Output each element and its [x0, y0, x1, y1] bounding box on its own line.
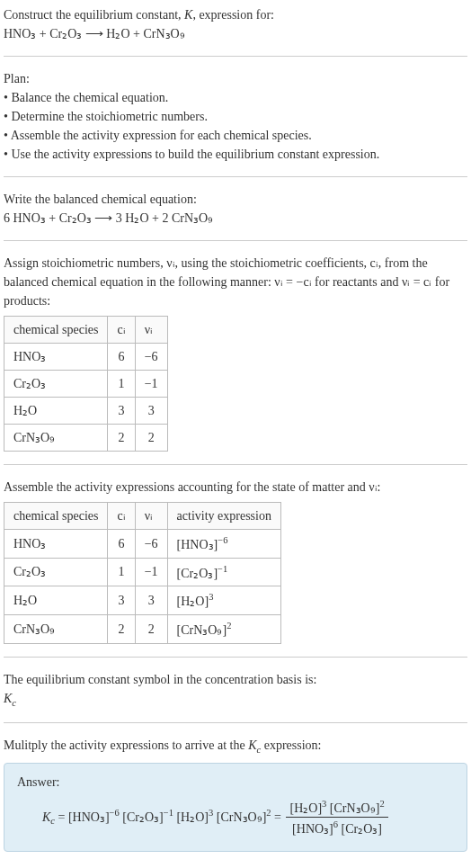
- title-equation: HNO₃ + Cr₂O₃ ⟶ H₂O + CrN₃O₉: [4, 24, 467, 43]
- divider: [4, 240, 467, 241]
- answer-fraction: [H₂O]3 [CrN₃O₉]2 [HNO₃]6 [Cr₂O₃]: [286, 797, 387, 838]
- answer-box: Answer: Kc = [HNO₃]−6 [Cr₂O₃]−1 [H₂O]3 […: [4, 763, 467, 852]
- activity-block: Assemble the activity expressions accoun…: [4, 478, 467, 644]
- table-row: HNO₃ 6 −6: [4, 344, 168, 371]
- cell-ci: 2: [108, 614, 135, 643]
- cell-species: H₂O: [4, 586, 108, 615]
- table-row: H₂O 3 3 [H₂O]3: [4, 586, 281, 615]
- cell-ci: 3: [108, 398, 135, 425]
- col-header: cᵢ: [108, 317, 135, 344]
- multiply-block: Mulitply the activity expressions to arr…: [4, 736, 467, 852]
- table-header-row: chemical species cᵢ νᵢ: [4, 317, 168, 344]
- kc-symbol: Kc: [4, 689, 467, 711]
- term-base: HNO₃: [73, 810, 105, 824]
- table-header-row: chemical species cᵢ νᵢ activity expressi…: [4, 503, 281, 530]
- col-header: νᵢ: [135, 317, 167, 344]
- term-base: H₂O: [294, 801, 317, 814]
- cell-vi: 3: [135, 398, 167, 425]
- cell-ci: 2: [108, 425, 135, 452]
- cell-species: HNO₃: [4, 344, 108, 371]
- ae-exp: −6: [218, 535, 227, 545]
- col-header: chemical species: [4, 317, 108, 344]
- cell-vi: 2: [135, 425, 167, 452]
- term-exp: 2: [379, 799, 384, 809]
- cell-vi: −1: [135, 558, 167, 586]
- assemble-text: Assemble the activity expressions accoun…: [4, 478, 467, 497]
- stoich-table: chemical species cᵢ νᵢ HNO₃ 6 −6 Cr₂O₃ 1…: [4, 316, 168, 452]
- stoich-text: Assign stoichiometric numbers, νᵢ, using…: [4, 254, 467, 310]
- title-block: Construct the equilibrium constant, K, e…: [4, 5, 467, 43]
- cell-activity: [HNO₃]−6: [167, 530, 280, 559]
- term-exp: −1: [164, 808, 173, 818]
- answer-formula: Kc = [HNO₃]−6 [Cr₂O₃]−1 [H₂O]3 [CrN₃O₉]2…: [17, 797, 454, 838]
- answer-lhs: Kc = [HNO₃]−6 [Cr₂O₃]−1 [H₂O]3 [CrN₃O₉]2…: [42, 806, 281, 828]
- kc-K: K: [4, 692, 12, 705]
- multiply-suffix: expression:: [261, 738, 321, 752]
- balanced-block: Write the balanced chemical equation: 6 …: [4, 190, 467, 228]
- divider: [4, 464, 467, 465]
- answer-label: Answer:: [17, 773, 454, 792]
- balanced-heading: Write the balanced chemical equation:: [4, 190, 467, 209]
- table-row: H₂O 3 3: [4, 398, 168, 425]
- cell-vi: 3: [135, 586, 167, 615]
- cell-vi: −1: [135, 371, 167, 398]
- table-row: CrN₃O₉ 2 2 [CrN₃O₉]2: [4, 614, 281, 643]
- col-header: chemical species: [4, 503, 108, 530]
- cell-species: H₂O: [4, 398, 108, 425]
- cell-vi: 2: [135, 614, 167, 643]
- ae-base: CrN₃O₉: [181, 623, 222, 637]
- symbol-text: The equilibrium constant symbol in the c…: [4, 670, 467, 689]
- cell-species: HNO₃: [4, 530, 108, 559]
- plan-block: Plan: • Balance the chemical equation. •…: [4, 69, 467, 164]
- term-base: Cr₂O₃: [345, 822, 378, 836]
- cell-vi: −6: [135, 530, 167, 559]
- cell-ci: 6: [108, 344, 135, 371]
- cell-activity: [CrN₃O₉]2: [167, 614, 280, 643]
- multiply-prefix: Mulitply the activity expressions to arr…: [4, 738, 248, 752]
- plan-item: • Determine the stoichiometric numbers.: [4, 107, 467, 126]
- term-base: CrN₃O₉: [333, 801, 375, 814]
- ae-exp: 3: [209, 592, 213, 602]
- title-line: Construct the equilibrium constant, K, e…: [4, 5, 467, 24]
- plan-item: • Balance the chemical equation.: [4, 88, 467, 107]
- cell-species: CrN₃O₉: [4, 614, 108, 643]
- kc-K: K: [42, 810, 50, 824]
- cell-activity: [Cr₂O₃]−1: [167, 558, 280, 586]
- cell-ci: 3: [108, 586, 135, 615]
- term-exp: 6: [333, 819, 338, 829]
- divider: [4, 657, 467, 658]
- ae-exp: 2: [227, 621, 231, 631]
- cell-ci: 6: [108, 530, 135, 559]
- symbol-block: The equilibrium constant symbol in the c…: [4, 670, 467, 711]
- fraction-numerator: [H₂O]3 [CrN₃O₉]2: [286, 797, 387, 819]
- ae-base: Cr₂O₃: [181, 566, 213, 579]
- document-body: Construct the equilibrium constant, K, e…: [0, 0, 471, 866]
- kc-inline-K: K: [248, 738, 256, 752]
- plan-item: • Assemble the activity expression for e…: [4, 126, 467, 145]
- cell-species: Cr₂O₃: [4, 558, 108, 586]
- cell-activity: [H₂O]3: [167, 586, 280, 615]
- kc-sub: c: [50, 817, 55, 827]
- divider: [4, 722, 467, 723]
- cell-species: CrN₃O₉: [4, 425, 108, 452]
- col-header: cᵢ: [108, 503, 135, 530]
- term-exp: −6: [110, 808, 120, 818]
- term-exp: 3: [322, 799, 326, 809]
- stoich-block: Assign stoichiometric numbers, νᵢ, using…: [4, 254, 467, 452]
- cell-ci: 1: [108, 371, 135, 398]
- term-base: HNO₃: [297, 822, 329, 836]
- table-row: CrN₃O₉ 2 2: [4, 425, 168, 452]
- kc-sub: c: [12, 697, 16, 707]
- ae-base: H₂O: [181, 595, 204, 608]
- ae-exp: −1: [218, 564, 227, 574]
- ae-base: HNO₃: [181, 538, 213, 551]
- plan-heading: Plan:: [4, 69, 467, 88]
- cell-ci: 1: [108, 558, 135, 586]
- divider: [4, 176, 467, 177]
- balanced-equation: 6 HNO₃ + Cr₂O₃ ⟶ 3 H₂O + 2 CrN₃O₉: [4, 209, 467, 228]
- plan-item: • Use the activity expressions to build …: [4, 145, 467, 164]
- table-row: Cr₂O₃ 1 −1: [4, 371, 168, 398]
- cell-species: Cr₂O₃: [4, 371, 108, 398]
- term-exp: 2: [266, 808, 271, 818]
- term-base: CrN₃O₉: [220, 810, 262, 824]
